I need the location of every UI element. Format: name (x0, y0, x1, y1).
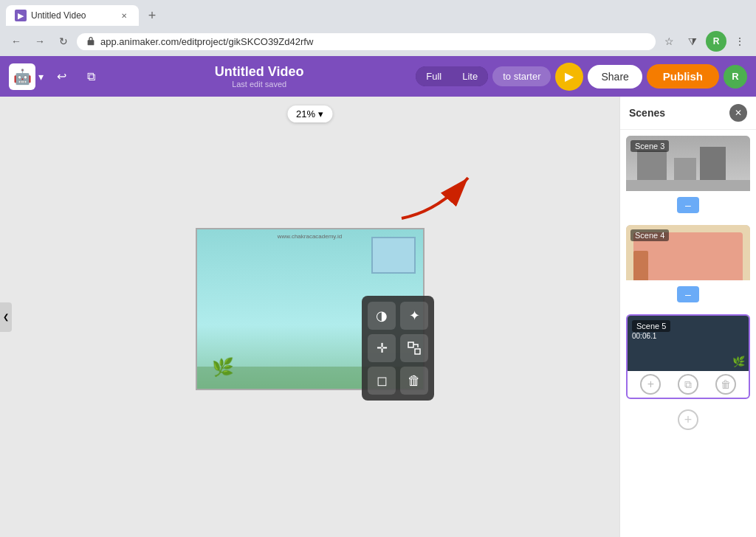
lite-plan-button[interactable]: Lite (452, 66, 488, 86)
scenes-close-button[interactable]: ✕ (729, 104, 747, 122)
ctx-effects-button[interactable]: ✦ (400, 302, 428, 330)
ctx-color-button[interactable]: ◻ (368, 367, 396, 395)
logo-icon: 🤖 (9, 63, 35, 90)
publish-button[interactable]: Publish (647, 64, 719, 89)
project-title-area: Untitled Video Last edit saved (109, 64, 410, 89)
tab-title: Untitled Video (31, 10, 114, 21)
user-avatar[interactable]: R (724, 65, 747, 89)
zoom-value: 21% (296, 108, 315, 119)
close-icon: ✕ (735, 108, 742, 118)
scenes-panel-title: Scenes (629, 107, 665, 119)
browser-actions: ☆ ⧩ R ⋮ (659, 31, 750, 52)
zoom-control[interactable]: 21% ▾ (287, 105, 332, 122)
svg-rect-0 (408, 342, 413, 347)
context-menu: ◑ ✦ ✛ ◻ 🗑 (362, 296, 434, 401)
menu-button[interactable]: ⋮ (729, 31, 750, 52)
active-tab[interactable]: ▶ Untitled Video ✕ (6, 5, 139, 26)
scenes-panel-header: Scenes ✕ (620, 97, 756, 130)
plant-small: 🌿 (732, 356, 745, 367)
favicon-icon: ▶ (18, 11, 24, 21)
share-button[interactable]: Share (588, 65, 642, 89)
left-collapse-button[interactable]: ❮ (0, 302, 12, 332)
preview-play-button[interactable]: ▶ (555, 63, 583, 91)
ctx-move-button[interactable]: ✛ (368, 334, 396, 362)
scene-5-thumb[interactable]: 🌿 Scene 5 00:06.1 + ⧉ 🗑 (626, 314, 750, 399)
scene-5-add-button[interactable]: + (640, 374, 661, 395)
app-header: 🤖 ▾ ↩ ⧉ Untitled Video Last edit saved F… (0, 56, 756, 97)
logo-chevron-icon[interactable]: ▾ (38, 71, 44, 83)
last-saved-label: Last edit saved (109, 80, 410, 89)
profile-button[interactable]: R (706, 31, 726, 52)
transform-icon (407, 341, 422, 356)
play-icon: ▶ (565, 69, 574, 83)
scene-3-image: Scene 3 (626, 136, 750, 191)
zoom-chevron-icon: ▾ (318, 108, 323, 119)
browser-controls: ← → ↻ app.animaker.com/editproject/gikSK… (0, 27, 756, 56)
ctx-style-button[interactable]: ◑ (368, 302, 396, 330)
lock-icon (86, 36, 96, 46)
logo-area: 🤖 ▾ (9, 63, 44, 90)
scene-5-image: 🌿 Scene 5 00:06.1 (628, 316, 749, 371)
scene-5-copy-button[interactable]: ⧉ (678, 374, 698, 395)
scene-window (371, 237, 416, 274)
canvas-container[interactable]: 21% ▾ ❮ 🌿 www.chakracacademy.id ◑ ✦ ✛ (0, 97, 619, 537)
copy-button[interactable]: ⧉ (79, 65, 103, 89)
add-scene-button[interactable]: + (678, 409, 698, 430)
bookmark-button[interactable]: ☆ (659, 31, 679, 52)
right-panel: Scenes ✕ Scene 3 – (619, 97, 756, 537)
scene-4-minus-button[interactable]: – (677, 286, 699, 302)
svg-rect-1 (415, 349, 420, 354)
scene-4-controls: – (626, 280, 750, 308)
new-tab-button[interactable]: + (142, 5, 162, 26)
add-scene-row: + (620, 405, 756, 434)
back-button[interactable]: ← (6, 31, 27, 52)
tab-close-btn[interactable]: ✕ (118, 10, 130, 21)
header-right: Full Lite to starter ▶ Share Publish R (416, 63, 747, 91)
scene-3-thumb[interactable]: Scene 3 – (626, 136, 750, 219)
plan-btn-group: Full Lite (416, 66, 488, 86)
undo-button[interactable]: ↩ (49, 65, 73, 89)
tab-bar: ▶ Untitled Video ✕ + (0, 0, 756, 27)
collapse-icon: ❮ (3, 313, 9, 321)
project-title: Untitled Video (109, 64, 410, 80)
main-area: 21% ▾ ❮ 🌿 www.chakracacademy.id ◑ ✦ ✛ (0, 97, 756, 537)
upgrade-button[interactable]: to starter (492, 66, 551, 86)
scene-plant-icon: 🌿 (212, 357, 234, 378)
ctx-delete-button[interactable]: 🗑 (400, 367, 428, 395)
scene-5-delete-button[interactable]: 🗑 (715, 374, 736, 395)
tab-favicon: ▶ (15, 10, 27, 21)
ground (626, 180, 750, 191)
scene-3-label: Scene 3 (630, 140, 669, 152)
url-text: app.animaker.com/editproject/gikSKCO39Zd… (100, 36, 647, 47)
scene-4-image: Scene 4 (626, 225, 750, 280)
scene-5-controls: + ⧉ 🗑 (628, 371, 749, 398)
refresh-button[interactable]: ↻ (53, 31, 74, 52)
door (633, 251, 648, 280)
extensions-button[interactable]: ⧩ (682, 31, 703, 52)
ctx-transform-button[interactable] (400, 334, 428, 362)
scene-3-controls: – (626, 191, 750, 219)
scene-5-sublabel: 00:06.1 (632, 332, 656, 340)
scene-watermark: www.chakracacademy.id (201, 233, 419, 240)
scene-4-label: Scene 4 (630, 229, 669, 241)
scene-4-thumb[interactable]: Scene 4 – (626, 225, 750, 308)
forward-button[interactable]: → (30, 31, 50, 52)
full-plan-button[interactable]: Full (416, 66, 452, 86)
address-bar[interactable]: app.animaker.com/editproject/gikSKCO39Zd… (77, 33, 656, 50)
arrow-overlay (394, 167, 483, 229)
arrow-svg (394, 167, 483, 226)
robot-icon: 🤖 (13, 68, 32, 86)
scene-5-label: Scene 5 (632, 320, 670, 332)
scene-3-minus-button[interactable]: – (677, 197, 699, 213)
